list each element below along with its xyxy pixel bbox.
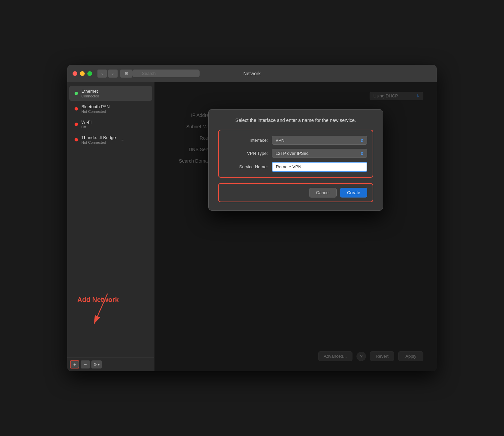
ethernet-name: Ethernet — [81, 89, 99, 94]
create-button[interactable]: Create — [340, 188, 367, 198]
interface-row: Interface: VPN Ethernet Wi-Fi Bluetooth … — [224, 136, 367, 145]
modal-buttons: Cancel Create — [218, 183, 373, 202]
interface-label: Interface: — [224, 138, 268, 143]
window-title: Network — [243, 71, 260, 76]
wifi-status-dot — [75, 123, 78, 126]
thunderbolt-info: Thunde...lt Bridge Not Connected — [81, 135, 116, 144]
titlebar: ‹ › ⊞ Network 🔍 — [67, 65, 437, 82]
back-button[interactable]: ‹ — [97, 70, 107, 78]
thunderbolt-status: Not Connected — [81, 140, 116, 144]
maximize-button[interactable] — [87, 71, 92, 76]
add-network-annotation: Add Network — [77, 296, 119, 304]
modal-form: Interface: VPN Ethernet Wi-Fi Bluetooth … — [218, 130, 373, 178]
remove-network-button[interactable]: − — [81, 360, 90, 368]
modal-title: Select the interface and enter a name fo… — [218, 118, 373, 123]
main-content: Ethernet Connected Bluetooth PAN Not Con… — [67, 82, 437, 371]
service-name-row: Service Name: — [224, 162, 367, 172]
vpn-type-row: VPN Type: L2TP over IPSec Cisco IPSec IK… — [224, 149, 367, 158]
search-input[interactable] — [132, 70, 200, 77]
sidebar-item-bluetooth[interactable]: Bluetooth PAN Not Connected — [69, 101, 152, 116]
add-network-button[interactable]: + — [70, 360, 79, 368]
sidebar: Ethernet Connected Bluetooth PAN Not Con… — [67, 82, 155, 371]
modal-overlay: Select the interface and enter a name fo… — [155, 82, 437, 371]
right-panel: Using DHCP ⇕ IP Address: 192.168.1.100 S… — [155, 82, 437, 371]
bluetooth-status-dot — [75, 107, 78, 111]
ethernet-info: Ethernet Connected — [81, 89, 99, 98]
sidebar-item-wifi[interactable]: Wi-Fi Off — [69, 117, 152, 132]
nav-buttons: ‹ › ⊞ — [97, 70, 132, 78]
search-wrapper: 🔍 — [132, 70, 200, 77]
bluetooth-info: Bluetooth PAN Not Connected — [81, 104, 110, 114]
gear-menu-button[interactable]: ⚙ ▾ — [91, 360, 102, 368]
sidebar-footer: + − ⚙ ▾ — [67, 357, 154, 371]
sidebar-item-ethernet[interactable]: Ethernet Connected — [69, 86, 152, 101]
close-button[interactable] — [73, 71, 77, 76]
service-name-input[interactable] — [272, 162, 367, 172]
bluetooth-status: Not Connected — [81, 110, 110, 114]
wifi-info: Wi-Fi Off — [81, 120, 91, 129]
wifi-status: Off — [81, 125, 91, 129]
grid-button[interactable]: ⊞ — [120, 70, 132, 78]
add-service-modal: Select the interface and enter a name fo… — [208, 109, 383, 211]
minimize-button[interactable] — [80, 71, 85, 76]
bluetooth-name: Bluetooth PAN — [81, 104, 110, 109]
vpn-type-select-wrapper: L2TP over IPSec Cisco IPSec IKEv2 ⇕ — [272, 149, 367, 158]
interface-select-wrapper: VPN Ethernet Wi-Fi Bluetooth PAN ⇕ — [272, 136, 367, 145]
traffic-lights — [73, 71, 92, 76]
interface-select[interactable]: VPN Ethernet Wi-Fi Bluetooth PAN — [272, 136, 367, 145]
network-window: ‹ › ⊞ Network 🔍 Ethernet Connected Blu — [67, 65, 437, 371]
ethernet-status-dot — [75, 92, 78, 95]
thunderbolt-name: Thunde...lt Bridge — [81, 135, 116, 140]
sidebar-item-thunderbolt[interactable]: Thunde...lt Bridge Not Connected ··· — [69, 132, 152, 147]
wifi-name: Wi-Fi — [81, 120, 91, 125]
thunderbolt-status-dot — [75, 138, 78, 141]
cancel-button[interactable]: Cancel — [309, 188, 337, 198]
thunderbolt-dots-icon: ··· — [121, 137, 125, 142]
gear-icon: ⚙ — [93, 362, 97, 367]
vpn-type-select[interactable]: L2TP over IPSec Cisco IPSec IKEv2 — [272, 149, 367, 158]
forward-button[interactable]: › — [108, 70, 118, 78]
service-name-label: Service Name: — [224, 164, 268, 169]
gear-chevron-icon: ▾ — [98, 362, 100, 367]
ethernet-status: Connected — [81, 94, 99, 98]
vpn-type-label: VPN Type: — [224, 151, 268, 156]
